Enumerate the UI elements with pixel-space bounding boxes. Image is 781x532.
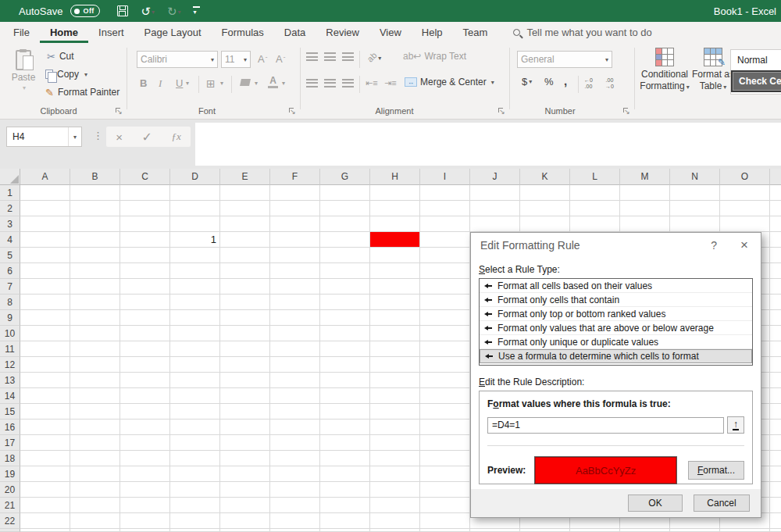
row-header-3[interactable]: 3 — [0, 216, 20, 232]
font-color-dropdown-icon[interactable]: ▾ — [282, 80, 285, 87]
grid-cell-h16[interactable] — [370, 420, 420, 435]
grid-cell-b6[interactable] — [70, 263, 120, 279]
grid-cell-c13[interactable] — [120, 373, 170, 388]
cut-button[interactable]: ✂ Cut — [47, 49, 74, 63]
rule-formula-input[interactable]: =D4=1 — [487, 417, 724, 434]
grid-cell-d22[interactable] — [170, 513, 220, 529]
grid-cell-c5[interactable] — [120, 248, 170, 263]
rule-type-option[interactable]: Format all cells based on their values — [480, 279, 752, 293]
column-header-j[interactable]: J — [470, 169, 520, 185]
grid-cell-partial[interactable] — [770, 279, 781, 295]
grid-cell-h21[interactable] — [370, 498, 420, 513]
grid-cell-partial[interactable] — [770, 263, 781, 279]
row-header-21[interactable]: 21 — [0, 498, 20, 513]
grid-cell-d9[interactable] — [170, 310, 220, 326]
grid-cell-b14[interactable] — [70, 388, 120, 404]
grid-cell-d23[interactable] — [170, 529, 220, 532]
grid-cell-e20[interactable] — [220, 482, 270, 498]
grid-cell-h3[interactable] — [370, 216, 420, 232]
grid-cell-c15[interactable] — [120, 404, 170, 420]
grid-cell-partial[interactable] — [770, 232, 781, 248]
grid-cell-b11[interactable] — [70, 341, 120, 357]
ok-button[interactable]: OK — [628, 495, 683, 512]
grid-cell-k1[interactable] — [520, 185, 570, 201]
grid-cell-partial[interactable] — [770, 216, 781, 232]
grid-cell-a17[interactable] — [20, 435, 70, 451]
name-box-dropdown-icon[interactable]: ▾ — [68, 127, 81, 146]
grid-cell-b7[interactable] — [70, 279, 120, 295]
grid-cell-partial[interactable] — [770, 498, 781, 513]
row-header-13[interactable]: 13 — [0, 373, 20, 388]
grid-cell-f13[interactable] — [270, 373, 320, 388]
grid-cell-e7[interactable] — [220, 279, 270, 295]
grid-cell-l2[interactable] — [570, 201, 620, 216]
grid-cell-c2[interactable] — [120, 201, 170, 216]
underline-button[interactable]: U — [176, 77, 183, 89]
grid-cell-partial[interactable] — [770, 295, 781, 310]
grid-cell-f6[interactable] — [270, 263, 320, 279]
grid-cell-a18[interactable] — [20, 451, 70, 466]
grid-cell-m2[interactable] — [620, 201, 670, 216]
grid-cell-partial[interactable] — [770, 529, 781, 532]
grid-cell-g4[interactable] — [320, 232, 370, 248]
grid-cell-l1[interactable] — [570, 185, 620, 201]
row-header-19[interactable]: 19 — [0, 466, 20, 482]
grid-cell-c4[interactable] — [120, 232, 170, 248]
row-header-23[interactable] — [0, 529, 20, 532]
column-header-d[interactable]: D — [170, 169, 220, 185]
clipboard-dialog-launcher[interactable]: ↘ — [116, 108, 123, 116]
grid-cell-h14[interactable] — [370, 388, 420, 404]
shrink-font-button[interactable]: Aˇ — [276, 53, 285, 65]
ribbon-tab-file[interactable]: File — [3, 22, 40, 43]
grid-cell-i6[interactable] — [420, 263, 470, 279]
grid-cell-d14[interactable] — [170, 388, 220, 404]
grid-cell-a14[interactable] — [20, 388, 70, 404]
grid-cell-d4[interactable]: 1 — [170, 232, 220, 248]
increase-decimal-button[interactable]: ←0 .00 — [584, 77, 593, 91]
grid-cell-partial[interactable] — [770, 357, 781, 373]
align-top-icon[interactable] — [306, 52, 318, 61]
grid-cell-b8[interactable] — [70, 295, 120, 310]
grid-cell-b16[interactable] — [70, 420, 120, 435]
collapse-dialog-button[interactable]: ↑ — [727, 416, 744, 434]
alignment-dialog-launcher[interactable]: ↘ — [498, 108, 506, 116]
row-header-20[interactable]: 20 — [0, 482, 20, 498]
grid-cell-b12[interactable] — [70, 357, 120, 373]
grid-cell-m23[interactable] — [620, 529, 670, 532]
grid-cell-i11[interactable] — [420, 341, 470, 357]
grid-cell-i21[interactable] — [420, 498, 470, 513]
grid-cell-partial[interactable] — [770, 185, 781, 201]
grid-cell-g7[interactable] — [320, 279, 370, 295]
column-header-m[interactable]: M — [620, 169, 670, 185]
grid-cell-e19[interactable] — [220, 466, 270, 482]
copy-button[interactable]: Copy ▾ — [45, 67, 87, 81]
grid-cell-h9[interactable] — [370, 310, 420, 326]
column-header-c[interactable]: C — [120, 169, 170, 185]
grid-cell-b22[interactable] — [70, 513, 120, 529]
column-header-h[interactable]: H — [370, 169, 420, 185]
grid-cell-i1[interactable] — [420, 185, 470, 201]
grid-cell-partial[interactable] — [770, 201, 781, 216]
grid-cell-i20[interactable] — [420, 482, 470, 498]
borders-button[interactable]: ⊞ — [206, 77, 216, 90]
column-header-o[interactable]: O — [720, 169, 770, 185]
grid-cell-a9[interactable] — [20, 310, 70, 326]
grid-cell-b21[interactable] — [70, 498, 120, 513]
grid-cell-o23[interactable] — [720, 529, 770, 532]
grid-cell-a23[interactable] — [20, 529, 70, 532]
grid-cell-e2[interactable] — [220, 201, 270, 216]
grid-cell-h6[interactable] — [370, 263, 420, 279]
enter-entry-icon[interactable]: ✓ — [142, 130, 152, 145]
grid-cell-a2[interactable] — [20, 201, 70, 216]
grid-cell-partial[interactable] — [770, 248, 781, 263]
grid-cell-d2[interactable] — [170, 201, 220, 216]
grid-cell-l3[interactable] — [570, 216, 620, 232]
grid-cell-f21[interactable] — [270, 498, 320, 513]
grow-font-button[interactable]: Aˆ — [258, 53, 267, 65]
row-header-15[interactable]: 15 — [0, 404, 20, 420]
row-header-5[interactable]: 5 — [0, 248, 20, 263]
underline-dropdown-icon[interactable]: ▾ — [186, 80, 189, 87]
grid-cell-e16[interactable] — [220, 420, 270, 435]
font-size-combo[interactable]: 11▾ — [221, 51, 251, 68]
grid-cell-h7[interactable] — [370, 279, 420, 295]
